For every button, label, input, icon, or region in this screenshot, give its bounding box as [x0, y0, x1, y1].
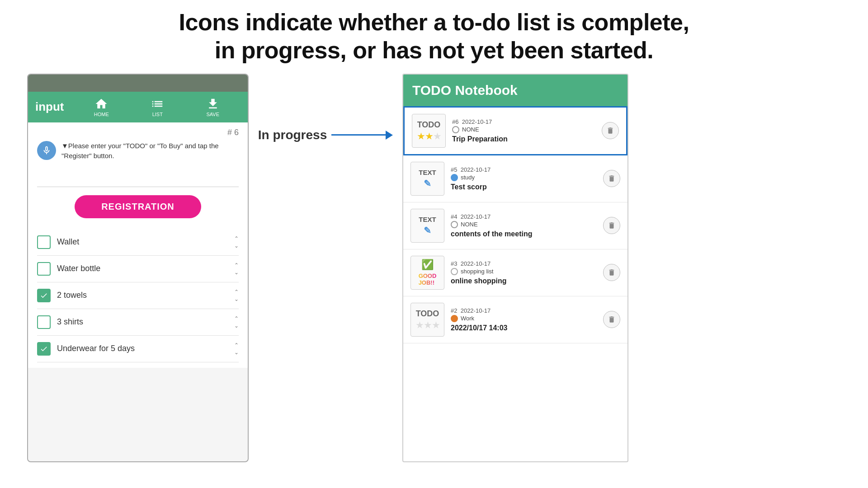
- check-icon-2: [40, 345, 48, 353]
- checklist: Wallet ⌃ ⌄ Water bottle ⌃ ⌄: [37, 229, 239, 362]
- trash-icon-2: [608, 315, 616, 324]
- todo-info-2: #2 2022-10-17 Work 2022/10/17 14:03: [451, 307, 597, 332]
- tag-circle-6: [452, 126, 459, 133]
- todo-title: TODO Notebook: [412, 83, 518, 98]
- tag-label-2: Work: [461, 315, 474, 322]
- delete-btn-3[interactable]: [603, 264, 620, 281]
- arrow-line: [331, 134, 386, 136]
- arrow-right: [331, 131, 393, 140]
- nav-save-label: SAVE: [206, 112, 219, 117]
- delete-btn-5[interactable]: [603, 170, 620, 187]
- todo-item-2[interactable]: TODO ★ ★ ★ #2 2022-10-17 Work 2022/10/17…: [403, 296, 627, 343]
- checklist-label-towels: 2 towels: [57, 291, 228, 300]
- sort-arrows-shirts[interactable]: ⌃ ⌄: [234, 315, 239, 329]
- todo-tag-2: Work: [451, 315, 597, 322]
- mobile-topbar: [28, 75, 248, 92]
- sort-arrows-underwear[interactable]: ⌃ ⌄: [234, 342, 239, 356]
- todo-thumb-3: ✅ GOODJOB!!: [410, 256, 444, 290]
- delete-btn-6[interactable]: [602, 122, 619, 139]
- nav-list[interactable]: LIST: [143, 95, 171, 119]
- todo-meta-2: #2 2022-10-17: [451, 307, 597, 314]
- tag-circle-5: [451, 174, 458, 181]
- todo-panel: TODO Notebook TODO ★ ★ ★ #6 2022-10-17: [402, 74, 628, 462]
- star-1: ★: [417, 131, 425, 141]
- instruction-row: ▼Please enter your "TODO" or "To Buy" an…: [37, 141, 239, 161]
- checklist-label-water-bottle: Water bottle: [57, 264, 228, 273]
- save-icon: [206, 97, 220, 111]
- instruction-text: ▼Please enter your "TODO" or "To Buy" an…: [61, 141, 239, 161]
- star-3-2: ★: [432, 320, 439, 330]
- nav-list-label: LIST: [152, 112, 163, 117]
- checkbox-shirts[interactable]: [37, 315, 51, 329]
- page-header: Icons indicate whether a to-do list is c…: [0, 0, 868, 69]
- todo-list: TODO ★ ★ ★ #6 2022-10-17 NONE Trip Prepa…: [403, 106, 627, 343]
- list-icon: [151, 97, 164, 111]
- stars-6: ★ ★ ★: [417, 131, 441, 141]
- checklist-item-shirts: 3 shirts ⌃ ⌄: [37, 309, 239, 336]
- nav-input-label: input: [35, 100, 64, 114]
- tag-label-6: NONE: [462, 126, 479, 133]
- todo-info-6: #6 2022-10-17 NONE Trip Preparation: [452, 118, 595, 143]
- checklist-item-wallet: Wallet ⌃ ⌄: [37, 229, 239, 256]
- trash-icon-3: [608, 268, 616, 277]
- stars-2: ★ ★ ★: [416, 320, 439, 330]
- arrow-head: [386, 131, 393, 140]
- registration-button[interactable]: REGISTRATION: [75, 195, 201, 218]
- sort-arrows-water-bottle[interactable]: ⌃ ⌄: [234, 262, 239, 276]
- check-icon: [40, 291, 48, 300]
- tag-circle-2: [451, 315, 458, 322]
- mobile-content: # 6 ▼Please enter your "TODO" or "To Buy…: [28, 122, 248, 368]
- trash-icon-4: [608, 221, 616, 230]
- trash-icon-5: [608, 174, 616, 183]
- nav-icons: HOME LIST SAVE: [73, 95, 241, 119]
- todo-thumb-4: TEXT ✎: [410, 209, 444, 243]
- todo-meta-6: #6 2022-10-17: [452, 118, 595, 125]
- checkbox-wallet[interactable]: [37, 235, 51, 249]
- todo-meta-3: #3 2022-10-17: [451, 260, 597, 267]
- checklist-label-shirts: 3 shirts: [57, 317, 228, 327]
- checklist-item-towels: 2 towels ⌃ ⌄: [37, 282, 239, 309]
- checkbox-water-bottle[interactable]: [37, 262, 51, 276]
- mobile-app-panel: input HOME LIST: [27, 74, 249, 462]
- todo-tag-3: shopping list: [451, 268, 597, 275]
- tag-label-3: shopping list: [461, 268, 493, 275]
- todo-meta-4: #4 2022-10-17: [451, 213, 597, 220]
- checkbox-towels[interactable]: [37, 289, 51, 302]
- header-line1: Icons indicate whether a to-do list is c…: [179, 9, 689, 35]
- nav-home[interactable]: HOME: [87, 95, 116, 119]
- todo-meta-5: #5 2022-10-17: [451, 166, 597, 173]
- checklist-item-underwear: Underwear for 5 days ⌃ ⌄: [37, 336, 239, 362]
- todo-item-4[interactable]: TEXT ✎ #4 2022-10-17 NONE contents of th…: [403, 202, 627, 249]
- todo-thumb-6: TODO ★ ★ ★: [412, 114, 446, 148]
- todo-info-3: #3 2022-10-17 shopping list online shopp…: [451, 260, 597, 285]
- todo-tag-4: NONE: [451, 221, 597, 228]
- todo-item-title-4: contents of the meeting: [451, 230, 597, 238]
- todo-item-6[interactable]: TODO ★ ★ ★ #6 2022-10-17 NONE Trip Prepa…: [403, 106, 627, 155]
- mic-icon[interactable]: [37, 141, 56, 160]
- microphone-icon: [42, 145, 52, 155]
- star-2: ★: [425, 131, 433, 141]
- todo-item-title-6: Trip Preparation: [452, 135, 595, 143]
- nav-save[interactable]: SAVE: [199, 95, 227, 119]
- nav-home-label: HOME: [94, 112, 109, 117]
- checkbox-underwear[interactable]: [37, 342, 51, 356]
- tag-label-5: study: [461, 174, 475, 181]
- star-1-2: ★: [416, 320, 423, 330]
- delete-btn-4[interactable]: [603, 217, 620, 234]
- sort-arrows-wallet[interactable]: ⌃ ⌄: [234, 235, 239, 249]
- todo-item-title-5: Test scorp: [451, 183, 597, 191]
- todo-item-3[interactable]: ✅ GOODJOB!! #3 2022-10-17 shopping list …: [403, 249, 627, 296]
- todo-item-title-2: 2022/10/17 14:03: [451, 324, 597, 332]
- todo-tag-5: study: [451, 174, 597, 181]
- star-2-2: ★: [424, 320, 431, 330]
- home-icon: [94, 97, 108, 111]
- todo-item-5[interactable]: TEXT ✎ #5 2022-10-17 study Test scorp: [403, 155, 627, 202]
- tag-circle-3: [451, 268, 458, 275]
- todo-thumb-2: TODO ★ ★ ★: [410, 303, 444, 337]
- todo-input[interactable]: [37, 173, 239, 187]
- arrow-section: In progress: [249, 74, 402, 142]
- delete-btn-2[interactable]: [603, 311, 620, 328]
- sort-arrows-towels[interactable]: ⌃ ⌄: [234, 289, 239, 302]
- trash-icon-6: [606, 127, 614, 135]
- in-progress-label: In progress: [258, 128, 327, 142]
